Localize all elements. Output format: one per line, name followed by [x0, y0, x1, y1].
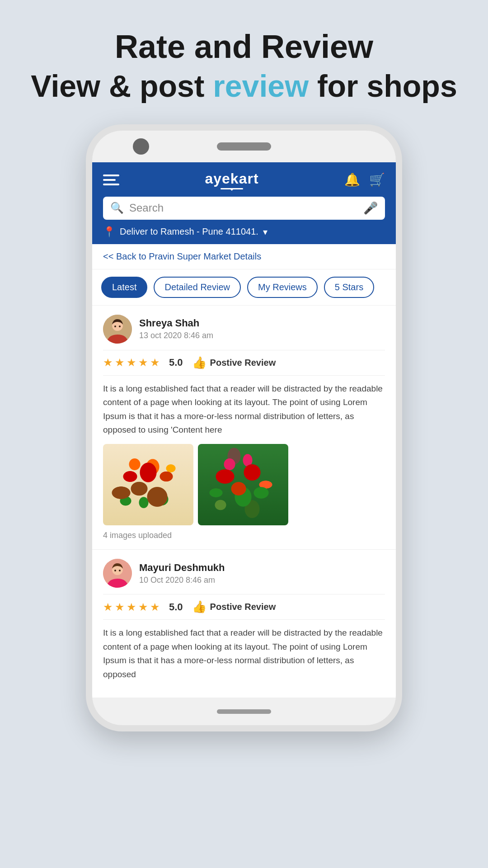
svg-point-6: [114, 570, 116, 571]
reviewer-date-2: 10 Oct 2020 8:46 am: [139, 576, 225, 585]
review-images-1: [103, 444, 385, 525]
stars-2: ★ ★ ★ ★ ★: [103, 601, 160, 613]
hamburger-menu[interactable]: [103, 175, 119, 185]
avatar-svg-1: [103, 315, 132, 344]
svg-point-3: [119, 326, 121, 327]
page-header: Rate and Review View & post review for s…: [31, 27, 457, 106]
home-indicator: [217, 709, 271, 714]
cart-icon[interactable]: 🛒: [369, 172, 385, 187]
review-text-1: It is a long established fact that a rea…: [103, 382, 385, 437]
phone-bottom-bar: [92, 698, 396, 725]
subtitle-prefix: View & post: [31, 69, 213, 103]
avatar-1: [103, 315, 132, 344]
avatar-svg-2: [103, 559, 132, 588]
positive-badge-2: 👍 Postive Review: [192, 600, 276, 614]
app-logo: ayekart: [205, 170, 258, 189]
subtitle-suffix: for shops: [309, 69, 457, 103]
reviewer-name-2: Mayuri Deshmukh: [139, 562, 225, 574]
reviewer-name-1: Shreya Shah: [139, 317, 213, 329]
phone-mockup: ayekart 🔔 🛒 🔍 Search 🎤 📍 Deliver to Rame…: [86, 124, 402, 731]
review-card-1: Shreya Shah 13 oct 2020 8:46 am ★ ★ ★ ★ …: [92, 306, 396, 550]
svg-point-2: [114, 326, 116, 327]
rating-number-1: 5.0: [169, 357, 183, 368]
phone-top-bar: [92, 131, 396, 162]
images-count-1: 4 images uploaded: [103, 531, 385, 540]
page-subtitle: View & post review for shops: [31, 66, 457, 106]
review-image-1-a[interactable]: [103, 444, 193, 525]
positive-badge-1: 👍 Postive Review: [192, 356, 276, 370]
tab-latest[interactable]: Latest: [101, 277, 147, 298]
phone-speaker: [217, 142, 271, 151]
stars-1: ★ ★ ★ ★ ★: [103, 356, 160, 369]
page-title: Rate and Review: [31, 27, 457, 66]
phone-screen: ayekart 🔔 🛒 🔍 Search 🎤 📍 Deliver to Rame…: [92, 162, 396, 698]
mic-icon[interactable]: 🎤: [363, 201, 378, 215]
filter-tabs: Latest Detailed Review My Reviews 5 Star…: [92, 269, 396, 306]
delivery-text: Deliver to Ramesh - Pune 411041.: [120, 226, 258, 237]
thumbs-up-icon-1: 👍: [192, 356, 206, 370]
phone-camera: [133, 138, 149, 155]
rating-number-2: 5.0: [169, 601, 183, 613]
review-card-2: Mayuri Deshmukh 10 Oct 2020 8:46 am ★ ★ …: [92, 550, 396, 698]
chevron-down-icon[interactable]: ▾: [263, 226, 267, 237]
avatar-2: [103, 559, 132, 588]
app-header: ayekart 🔔 🛒 🔍 Search 🎤 📍 Deliver to Rame…: [92, 162, 396, 244]
search-input[interactable]: Search: [129, 202, 363, 214]
back-link[interactable]: << Back to Pravin Super Market Details: [92, 244, 396, 269]
subtitle-highlight: review: [213, 69, 309, 103]
reviews-list: Shreya Shah 13 oct 2020 8:46 am ★ ★ ★ ★ …: [92, 306, 396, 698]
search-icon: 🔍: [110, 202, 124, 214]
location-icon: 📍: [103, 226, 115, 238]
thumbs-up-icon-2: 👍: [192, 600, 206, 614]
notification-icon[interactable]: 🔔: [344, 172, 360, 187]
tab-my-reviews[interactable]: My Reviews: [247, 277, 318, 298]
review-image-1-b[interactable]: [198, 444, 288, 525]
svg-point-7: [119, 570, 121, 571]
search-bar[interactable]: 🔍 Search 🎤: [103, 197, 385, 220]
review-text-2: It is a long established fact that a rea…: [103, 626, 385, 681]
reviewer-date-1: 13 oct 2020 8:46 am: [139, 331, 213, 340]
tab-5-stars[interactable]: 5 Stars: [324, 277, 374, 298]
tab-detailed-review[interactable]: Detailed Review: [154, 277, 241, 298]
